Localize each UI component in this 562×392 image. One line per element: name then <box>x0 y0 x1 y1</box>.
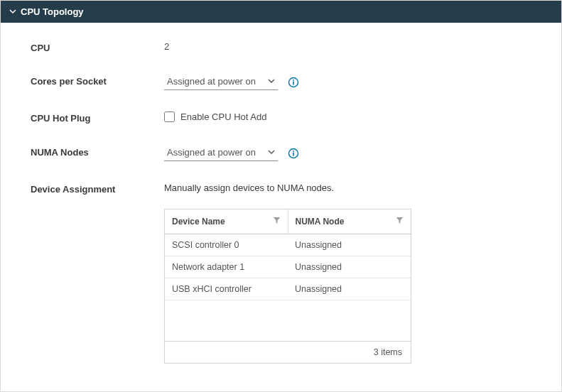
column-numa-node-label: NUMA Node <box>296 217 345 227</box>
svg-rect-1 <box>293 81 294 85</box>
enable-cpu-hot-add-checkbox[interactable]: Enable CPU Hot Add <box>164 111 266 122</box>
section-header[interactable]: CPU Topology <box>1 1 561 23</box>
chevron-down-icon <box>264 76 275 87</box>
value-cpu: 2 <box>164 41 561 52</box>
label-cpu: CPU <box>31 41 164 53</box>
column-device-name-label: Device Name <box>172 217 225 227</box>
label-device-assignment: Device Assignment <box>31 183 164 195</box>
row-numa-nodes: NUMA Nodes Assigned at power on <box>31 146 561 161</box>
label-cpu-hot-plug: CPU Hot Plug <box>31 111 164 124</box>
numa-nodes-value: Assigned at power on <box>167 147 264 158</box>
table-footer: 3 items <box>165 342 411 363</box>
cell-numa-node: Unassigned <box>288 278 411 300</box>
row-cpu-hot-plug: CPU Hot Plug Enable CPU Hot Add <box>31 111 561 124</box>
row-device-assignment: Device Assignment Manually assign device… <box>31 183 561 364</box>
cores-per-socket-select[interactable]: Assigned at power on <box>164 75 278 90</box>
chevron-down-icon <box>9 6 21 17</box>
cell-device-name: SCSI controller 0 <box>165 234 288 256</box>
filter-icon[interactable] <box>396 217 404 227</box>
column-numa-node[interactable]: NUMA Node <box>288 209 411 234</box>
svg-rect-5 <box>293 151 294 152</box>
cell-device-name: Network adapter 1 <box>165 256 288 278</box>
table-item-count: 3 items <box>374 347 402 357</box>
cell-numa-node: Unassigned <box>288 256 411 278</box>
cores-per-socket-value: Assigned at power on <box>167 76 264 87</box>
filter-icon[interactable] <box>273 217 281 227</box>
numa-nodes-select[interactable]: Assigned at power on <box>164 146 278 161</box>
chevron-down-icon <box>264 147 275 158</box>
info-icon[interactable] <box>288 148 299 159</box>
enable-cpu-hot-add-input[interactable] <box>164 111 175 122</box>
cell-device-name: USB xHCI controller <box>165 278 288 300</box>
enable-cpu-hot-add-label: Enable CPU Hot Add <box>180 111 266 122</box>
section-content: CPU 2 Cores per Socket Assigned at power… <box>1 23 561 378</box>
label-cores-per-socket: Cores per Socket <box>31 75 164 87</box>
svg-rect-2 <box>293 80 294 81</box>
table-header: Device Name NUMA Node <box>165 209 411 234</box>
row-cores-per-socket: Cores per Socket Assigned at power on <box>31 75 561 90</box>
row-cpu: CPU 2 <box>31 41 561 53</box>
section-title: CPU Topology <box>21 6 84 17</box>
table-row[interactable]: SCSI controller 0 Unassigned <box>165 234 411 256</box>
label-numa-nodes: NUMA Nodes <box>31 146 164 158</box>
table-empty-space <box>165 300 411 342</box>
cell-numa-node: Unassigned <box>288 234 411 256</box>
svg-rect-4 <box>293 152 294 156</box>
device-assignment-desc: Manually assign devices to NUMA nodes. <box>164 183 561 193</box>
table-row[interactable]: USB xHCI controller Unassigned <box>165 278 411 300</box>
column-device-name[interactable]: Device Name <box>165 209 288 234</box>
info-icon[interactable] <box>288 77 299 88</box>
device-assignment-table: Device Name NUMA Node SCSI controller 0 <box>164 209 411 364</box>
table-row[interactable]: Network adapter 1 Unassigned <box>165 256 411 278</box>
